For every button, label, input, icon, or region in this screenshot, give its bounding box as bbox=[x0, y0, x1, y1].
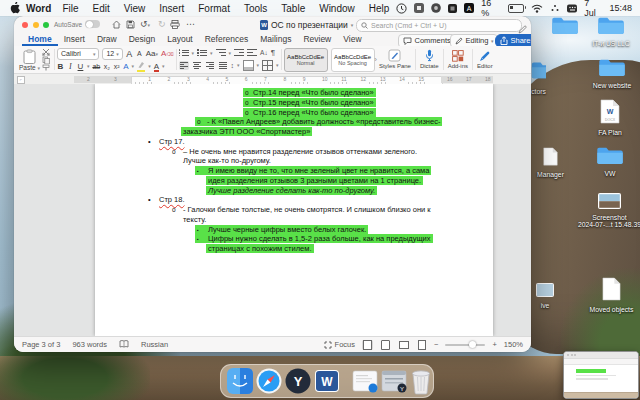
menubar-date[interactable]: 7 Jul bbox=[584, 0, 602, 18]
dock-trash[interactable] bbox=[410, 367, 432, 395]
desktop-icon-moved-objects[interactable]: Moved objects bbox=[602, 277, 621, 305]
web-layout-view-icon[interactable] bbox=[380, 340, 391, 350]
editor-button[interactable]: Editor bbox=[475, 47, 495, 72]
bold-button[interactable]: B bbox=[57, 62, 64, 71]
italic-button[interactable]: I bbox=[67, 62, 74, 71]
borders-icon[interactable] bbox=[262, 60, 273, 71]
tab-insert[interactable]: Insert bbox=[58, 34, 91, 46]
zoom-slider[interactable] bbox=[445, 344, 485, 346]
superscript-button[interactable]: x² bbox=[113, 63, 120, 70]
dock-minwin[interactable]: Y bbox=[381, 369, 407, 393]
addins-button[interactable]: Add-ins bbox=[446, 47, 470, 72]
menu-item-insert[interactable]: Insert bbox=[152, 3, 191, 14]
desktop-icon-ive[interactable]: ive bbox=[536, 283, 554, 301]
word-count[interactable]: 963 words bbox=[72, 340, 107, 349]
document-page[interactable]: oСтр.14 перед «Что было сделано»oСтр.15 … bbox=[95, 84, 493, 336]
menubar-app-icon-3[interactable] bbox=[448, 4, 457, 13]
control-center-icon[interactable] bbox=[550, 4, 560, 12]
home-icon[interactable] bbox=[112, 20, 121, 31]
desktop-icon-it-и-us-llc[interactable]: IT-и US LLC bbox=[597, 15, 625, 39]
screenshot-preview-thumbnail[interactable] bbox=[563, 351, 639, 399]
cut-icon[interactable] bbox=[42, 48, 50, 56]
wifi-icon[interactable] bbox=[531, 4, 543, 13]
styles-pane-button[interactable]: Styles Pane bbox=[377, 47, 413, 72]
bullets-icon[interactable] bbox=[179, 48, 189, 57]
desktop-icon-ctors[interactable]: ctors bbox=[531, 60, 546, 87]
save-icon[interactable] bbox=[126, 20, 135, 31]
desktop-icon-fa-plan[interactable]: WDOCXFA Plan bbox=[600, 99, 620, 128]
dock-mindoc[interactable] bbox=[352, 369, 378, 393]
print-icon[interactable] bbox=[170, 20, 180, 31]
zoom-window-button[interactable] bbox=[43, 22, 49, 28]
document-title[interactable]: W ОС по презентации ▾ bbox=[260, 20, 353, 30]
multilevel-list-icon[interactable] bbox=[216, 48, 226, 57]
menu-item-view[interactable]: View bbox=[117, 3, 153, 14]
language-indicator[interactable]: Russian bbox=[141, 340, 168, 349]
desktop-icon-vw[interactable]: VW bbox=[596, 145, 624, 169]
paste-button[interactable]: Paste ▾ bbox=[19, 49, 40, 71]
pilcrow-icon[interactable]: ¶ bbox=[271, 48, 275, 57]
apple-menu-icon[interactable] bbox=[10, 2, 20, 14]
menu-item-window[interactable]: Window bbox=[312, 3, 362, 14]
draft-view-icon[interactable] bbox=[416, 340, 427, 350]
change-case-button[interactable]: Aa▾ bbox=[146, 49, 158, 58]
more-commands-icon[interactable]: ⋯ bbox=[186, 20, 195, 29]
page-indicator[interactable]: Page 3 of 3 bbox=[22, 340, 60, 349]
dictate-button[interactable]: Dictate bbox=[418, 47, 441, 72]
shrink-font-button[interactable]: A bbox=[136, 50, 143, 57]
dock-yandex[interactable]: Y bbox=[285, 368, 311, 394]
subscript-button[interactable]: x₂ bbox=[103, 63, 110, 70]
clear-formatting-button[interactable]: A⌫ bbox=[161, 49, 173, 58]
highlight-color-button[interactable] bbox=[137, 61, 145, 71]
zoom-level[interactable]: 150% bbox=[504, 340, 523, 349]
align-left-icon[interactable] bbox=[179, 61, 189, 70]
search-input[interactable]: Search (Cmd + Ctrl + U) bbox=[356, 19, 522, 32]
desktop-icon-manager[interactable]: Manager bbox=[543, 147, 558, 170]
menu-item-help[interactable]: Help bbox=[362, 3, 397, 14]
tab-design[interactable]: Design bbox=[123, 34, 161, 46]
proofing-icon[interactable] bbox=[119, 340, 129, 350]
font-color-button[interactable]: A bbox=[154, 62, 159, 71]
menu-item-file[interactable]: File bbox=[55, 3, 85, 14]
zoom-out-icon[interactable]: − bbox=[434, 340, 438, 349]
desktop-icon-folder[interactable] bbox=[551, 15, 579, 39]
decrease-indent-icon[interactable] bbox=[234, 48, 244, 57]
desktop-icon-new-website[interactable]: New website bbox=[598, 57, 626, 81]
dock-word[interactable]: W bbox=[314, 368, 340, 394]
dock-finder[interactable] bbox=[227, 368, 253, 394]
minimize-window-button[interactable] bbox=[33, 22, 39, 28]
numbering-icon[interactable] bbox=[197, 48, 207, 57]
underline-button[interactable]: U bbox=[77, 62, 84, 71]
sort-icon[interactable]: A↓ bbox=[260, 49, 268, 56]
text-effects-button[interactable]: A bbox=[123, 62, 128, 71]
clock-icon[interactable] bbox=[396, 3, 407, 14]
increase-indent-icon[interactable] bbox=[247, 48, 257, 57]
menubar-app-name[interactable]: Word bbox=[26, 3, 51, 14]
dock-safari[interactable] bbox=[256, 368, 282, 394]
tab-home[interactable]: Home bbox=[22, 34, 58, 46]
keyboard-icon[interactable] bbox=[567, 4, 577, 13]
menubar-app-icon-2[interactable] bbox=[431, 3, 441, 13]
autosave-toggle[interactable] bbox=[85, 20, 100, 28]
zoom-slider-knob[interactable] bbox=[469, 341, 476, 348]
undo-icon[interactable]: ↺▾ bbox=[140, 20, 150, 30]
tab-references[interactable]: References bbox=[199, 34, 254, 46]
menu-item-table[interactable]: Table bbox=[274, 3, 312, 14]
print-layout-view-icon[interactable] bbox=[362, 340, 373, 350]
redo-icon[interactable]: ↻ bbox=[158, 20, 166, 29]
tab-review[interactable]: Review bbox=[297, 34, 337, 46]
tab-selector-icon[interactable]: ⌐ bbox=[17, 76, 25, 84]
tab-draw[interactable]: Draw bbox=[91, 34, 123, 46]
copy-icon[interactable] bbox=[42, 56, 50, 64]
strikethrough-button[interactable]: ab bbox=[92, 63, 100, 70]
tab-mailings[interactable]: Mailings bbox=[254, 34, 297, 46]
style-no-spacing[interactable]: AaBbCcDdEeNo Spacing bbox=[331, 48, 375, 72]
menu-item-format[interactable]: Format bbox=[191, 3, 237, 14]
align-right-icon[interactable] bbox=[205, 61, 215, 70]
menubar-app-icon-1[interactable] bbox=[414, 3, 424, 13]
line-spacing-icon[interactable]: ↕ bbox=[231, 62, 235, 69]
menu-item-tools[interactable]: Tools bbox=[237, 3, 274, 14]
style-normal[interactable]: AaBbCcDdEeNormal bbox=[284, 48, 328, 72]
font-size-select[interactable]: 12▾ bbox=[102, 48, 122, 60]
focus-button[interactable]: Focus bbox=[335, 340, 355, 349]
